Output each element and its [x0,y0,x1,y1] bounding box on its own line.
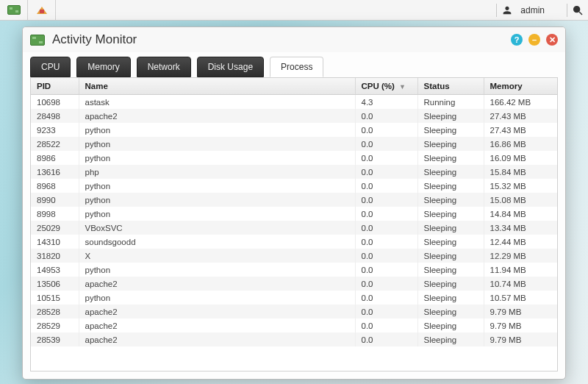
activity-monitor-window: Activity Monitor ? – ✕ CPUMemoryNetworkD… [22,26,566,380]
cell-pid: 10515 [31,291,79,305]
cell-cpu: 0.0 [355,179,417,193]
svg-point-0 [574,6,580,12]
column-header-cpu-label: CPU (%) [362,82,395,90]
cell-cpu: 4.3 [355,95,417,110]
cell-pid: 28498 [31,109,79,123]
user-icon[interactable] [501,4,513,16]
cell-pid: 13616 [31,165,79,179]
table-row[interactable]: 14310soundsgoodd0.0Sleeping12.44 MB [31,235,557,249]
cell-status: Sleeping [417,333,484,346]
separator [567,4,567,17]
table-row[interactable]: 13616php0.0Sleeping15.84 MB [31,165,557,179]
cell-name: apache2 [79,109,355,123]
cell-name: python [79,263,355,277]
cell-name: python [79,151,355,165]
cell-name: python [79,291,355,305]
table-row[interactable]: 13506apache20.0Sleeping10.74 MB [31,277,557,291]
cell-name: astask [79,95,355,110]
cell-status: Sleeping [417,151,484,165]
close-button[interactable]: ✕ [546,34,558,46]
minimize-button[interactable]: – [528,34,540,46]
help-button[interactable]: ? [511,34,523,46]
table-row[interactable]: 8998python0.0Sleeping14.84 MB [31,207,557,221]
cell-cpu: 0.0 [355,249,417,263]
cell-pid: 10698 [31,95,79,110]
cell-cpu: 0.0 [355,221,417,235]
table-row[interactable]: 28529apache20.0Sleeping9.79 MB [31,319,557,333]
cell-name: apache2 [79,319,355,333]
table-row[interactable]: 8990python0.0Sleeping15.08 MB [31,193,557,207]
cell-name: php [79,165,355,179]
cell-cpu: 0.0 [355,305,417,319]
process-table-scroll[interactable]: PID Name CPU (%) ▼ Status Memory 10698as… [31,78,557,371]
table-row[interactable]: 10515python0.0Sleeping10.57 MB [31,291,557,305]
tab-disk-usage[interactable]: Disk Usage [197,57,264,77]
cell-memory: 27.43 MB [484,123,557,137]
cell-status: Sleeping [417,221,484,235]
cell-cpu: 0.0 [355,319,417,333]
table-row[interactable]: 14953python0.0Sleeping11.94 MB [31,263,557,277]
cell-memory: 13.34 MB [484,221,557,235]
table-row[interactable]: 28539apache20.0Sleeping9.79 MB [31,333,557,346]
cell-status: Sleeping [417,207,484,221]
table-row[interactable]: 31820X0.0Sleeping12.29 MB [31,249,557,263]
cell-cpu: 0.0 [355,333,417,346]
cell-status: Sleeping [417,179,484,193]
column-header-pid[interactable]: PID [31,78,79,95]
cell-status: Sleeping [417,109,484,123]
tab-process[interactable]: Process [270,57,323,77]
cell-pid: 14953 [31,263,79,277]
column-header-memory[interactable]: Memory [484,78,557,95]
cell-cpu: 0.0 [355,193,417,207]
cell-name: apache2 [79,333,355,346]
cell-name: VBoxSVC [79,221,355,235]
cell-memory: 166.42 MB [484,95,557,110]
cell-memory: 16.09 MB [484,151,557,165]
cell-memory: 10.57 MB [484,291,557,305]
cell-pid: 31820 [31,249,79,263]
cell-memory: 15.84 MB [484,165,557,179]
cell-status: Sleeping [417,123,484,137]
cell-name: soundsgoodd [79,235,355,249]
process-table-container: PID Name CPU (%) ▼ Status Memory 10698as… [30,77,558,371]
cell-cpu: 0.0 [355,137,417,151]
cell-pid: 9233 [31,123,79,137]
cell-pid: 8986 [31,151,79,165]
taskbar-app-other[interactable] [28,0,56,20]
cell-name: X [79,249,355,263]
tab-network[interactable]: Network [137,57,191,77]
search-icon[interactable] [572,4,588,16]
table-row[interactable]: 28522python0.0Sleeping16.86 MB [31,137,557,151]
cell-pid: 8990 [31,193,79,207]
cell-status: Sleeping [417,277,484,291]
cell-pid: 28539 [31,333,79,346]
activity-monitor-icon [7,5,21,15]
table-row[interactable]: 28528apache20.0Sleeping9.79 MB [31,305,557,319]
table-row[interactable]: 9233python0.0Sleeping27.43 MB [31,123,557,137]
column-header-cpu[interactable]: CPU (%) ▼ [355,78,417,95]
cell-name: python [79,137,355,151]
cell-memory: 12.29 MB [484,249,557,263]
tab-memory[interactable]: Memory [76,57,130,77]
cell-name: apache2 [79,277,355,291]
app-launcher-icon [37,7,47,14]
cell-memory: 9.79 MB [484,319,557,333]
cell-name: apache2 [79,305,355,319]
cell-cpu: 0.0 [355,207,417,221]
column-header-status[interactable]: Status [417,78,484,95]
table-row[interactable]: 25029VBoxSVC0.0Sleeping13.34 MB [31,221,557,235]
cell-memory: 9.79 MB [484,305,557,319]
table-row[interactable]: 10698astask4.3Running166.42 MB [31,95,557,110]
table-row[interactable]: 8968python0.0Sleeping15.32 MB [31,179,557,193]
cell-cpu: 0.0 [355,165,417,179]
column-header-name[interactable]: Name [79,78,355,95]
table-row[interactable]: 8986python0.0Sleeping16.09 MB [31,151,557,165]
cell-memory: 27.43 MB [484,109,557,123]
user-name-label[interactable]: admin [520,5,545,15]
window-titlebar[interactable]: Activity Monitor ? – ✕ [23,27,565,52]
taskbar-app-activity-monitor[interactable] [0,0,28,20]
cell-memory: 16.86 MB [484,137,557,151]
table-row[interactable]: 28498apache20.0Sleeping27.43 MB [31,109,557,123]
cell-pid: 13506 [31,277,79,291]
tab-cpu[interactable]: CPU [30,57,71,77]
